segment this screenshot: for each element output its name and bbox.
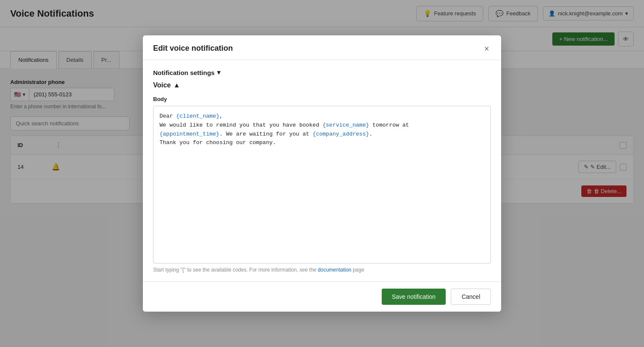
body-text-tomorrow: tomorrow at xyxy=(369,122,409,128)
cancel-button[interactable]: Cancel xyxy=(451,289,491,305)
documentation-link[interactable]: documentation xyxy=(318,267,351,273)
modal-footer: Save notification Cancel xyxy=(143,281,501,312)
body-editor[interactable]: Dear {client_name}, We would like to rem… xyxy=(153,106,491,263)
body-hint: Start typing "{" to see the available co… xyxy=(153,267,491,273)
notification-settings-dropdown[interactable]: Notification settings ▾ xyxy=(153,69,220,76)
modal-overlay: Edit voice notification × Notification s… xyxy=(0,0,644,347)
body-var-client-name: {client_name} xyxy=(176,113,219,119)
save-notification-button[interactable]: Save notification xyxy=(382,289,446,305)
body-label: Body xyxy=(153,96,491,102)
body-var-appointment-time: {appointment_time} xyxy=(160,131,219,137)
body-var-company-address: {company_address} xyxy=(313,131,369,137)
edit-voice-notification-modal: Edit voice notification × Notification s… xyxy=(143,35,501,312)
modal-close-button[interactable]: × xyxy=(482,44,491,53)
body-var-service-name: {service_name} xyxy=(322,122,369,128)
modal-body: Notification settings ▾ Voice ▲ Body Dea… xyxy=(143,60,501,281)
chevron-up-icon: ▲ xyxy=(174,81,180,89)
body-text-waiting: . We are waiting for you at xyxy=(219,131,312,137)
modal-title: Edit voice notification xyxy=(153,44,233,53)
modal-header: Edit voice notification × xyxy=(143,35,501,60)
body-text-pre: Dear xyxy=(160,113,176,119)
voice-section-toggle[interactable]: Voice ▲ xyxy=(153,81,180,89)
chevron-down-icon: ▾ xyxy=(217,69,220,76)
